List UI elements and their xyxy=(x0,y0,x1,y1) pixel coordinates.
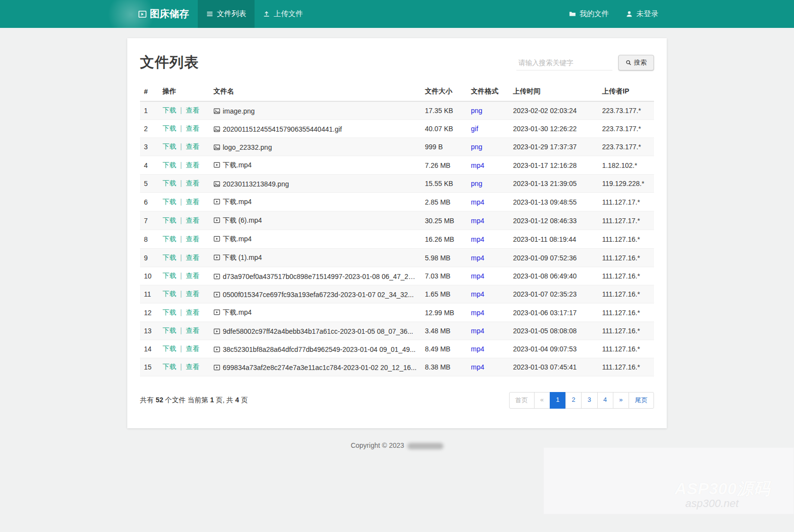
page-button-page-4[interactable]: 4 xyxy=(597,392,613,409)
file-name-link[interactable]: 9dfe58002c97ff42a4bebb34b17a61cc-2023-01… xyxy=(223,327,413,335)
file-table-body: 1下载 | 查看image.png17.35 KBpng2023-02-02 0… xyxy=(140,101,654,376)
uploader-ip: 111.127.16.* xyxy=(598,322,654,340)
row-actions: 下载 | 查看 xyxy=(159,230,210,249)
download-link[interactable]: 下载 xyxy=(163,290,176,298)
file-size: 16.26 MB xyxy=(421,230,467,249)
file-format-link[interactable]: mp4 xyxy=(471,327,484,335)
download-link[interactable]: 下载 xyxy=(163,235,176,243)
file-format-link[interactable]: mp4 xyxy=(471,162,484,169)
page-button-last[interactable]: 尾页 xyxy=(629,392,654,409)
file-name-link[interactable]: 下载 (6).mp4 xyxy=(223,216,262,224)
row-index: 6 xyxy=(140,193,159,211)
view-link[interactable]: 查看 xyxy=(186,198,199,206)
file-format-link[interactable]: mp4 xyxy=(471,363,484,371)
row-actions: 下载 | 查看 xyxy=(159,322,210,340)
page-button-next[interactable]: » xyxy=(613,392,629,409)
view-link[interactable]: 查看 xyxy=(186,254,199,261)
view-link[interactable]: 查看 xyxy=(186,345,199,352)
summary-part: 个文件 xyxy=(163,396,186,404)
page-button-page-1[interactable]: 1 xyxy=(550,392,566,409)
page-button-page-2[interactable]: 2 xyxy=(565,392,582,409)
action-separator: | xyxy=(178,272,184,279)
file-name-link[interactable]: 38c52301bf8a28a64dfcd77db4962549-2023-01… xyxy=(223,346,416,353)
download-link[interactable]: 下载 xyxy=(163,272,176,279)
file-name-cell: 20200115124554157906355440441.gif xyxy=(210,120,421,138)
file-name-link[interactable]: 20230113213849.png xyxy=(223,180,289,188)
file-name-link[interactable]: 699834a73af2e8c274e7a3e11ac1c784-2023-01… xyxy=(223,364,417,371)
view-link[interactable]: 查看 xyxy=(186,363,199,370)
file-format-link[interactable]: mp4 xyxy=(471,217,484,225)
file-name-cell: d73a970ef0a437517b0c898e71514997-2023-01… xyxy=(210,267,421,285)
file-name-link[interactable]: 下载.mp4 xyxy=(223,235,252,243)
search-input[interactable] xyxy=(516,55,612,70)
view-link[interactable]: 查看 xyxy=(186,272,199,279)
file-format-link[interactable]: png xyxy=(471,143,482,151)
folder-icon xyxy=(569,10,576,18)
file-name-cell: logo_22332.png xyxy=(210,138,421,156)
file-format-link[interactable]: mp4 xyxy=(471,235,484,243)
view-link[interactable]: 查看 xyxy=(186,308,199,316)
download-link[interactable]: 下载 xyxy=(163,142,176,150)
file-name-link[interactable]: 下载 (1).mp4 xyxy=(223,254,262,261)
file-format-link[interactable]: png xyxy=(471,180,482,187)
action-separator: | xyxy=(178,124,184,132)
view-link[interactable]: 查看 xyxy=(186,106,199,114)
copyright-text: Copyright © 2023 xyxy=(350,441,404,449)
view-link[interactable]: 查看 xyxy=(186,290,199,298)
file-format-link[interactable]: mp4 xyxy=(471,254,484,262)
download-link[interactable]: 下载 xyxy=(163,216,176,224)
view-link[interactable]: 查看 xyxy=(186,235,199,243)
file-format-link[interactable]: mp4 xyxy=(471,198,484,206)
search-area: 搜索 xyxy=(516,55,654,70)
file-name-link[interactable]: 20200115124554157906355440441.gif xyxy=(223,125,342,133)
view-link[interactable]: 查看 xyxy=(186,124,199,132)
row-index: 10 xyxy=(140,267,159,285)
file-name-cell: 9dfe58002c97ff42a4bebb34b17a61cc-2023-01… xyxy=(210,322,421,340)
brand[interactable]: 图床储存 xyxy=(127,0,198,28)
file-name-link[interactable]: 下载.mp4 xyxy=(223,198,252,206)
page-button-page-3[interactable]: 3 xyxy=(581,392,597,409)
row-index: 9 xyxy=(140,249,159,267)
file-format-link[interactable]: mp4 xyxy=(471,272,484,280)
card-header: 文件列表 搜索 xyxy=(140,53,654,72)
download-link[interactable]: 下载 xyxy=(163,161,176,169)
download-link[interactable]: 下载 xyxy=(163,198,176,206)
view-link[interactable]: 查看 xyxy=(186,142,199,150)
download-link[interactable]: 下载 xyxy=(163,124,176,132)
nav-item-upload[interactable]: 上传文件 xyxy=(255,0,311,28)
download-link[interactable]: 下载 xyxy=(163,254,176,261)
nav-item-file-list[interactable]: 文件列表 xyxy=(198,0,255,28)
file-name-link[interactable]: image.png xyxy=(223,107,255,115)
nav-item-my-files[interactable]: 我的文件 xyxy=(560,0,617,28)
view-link[interactable]: 查看 xyxy=(186,179,199,187)
nav-item-login-status[interactable]: 未登录 xyxy=(617,0,667,28)
file-format-link[interactable]: mp4 xyxy=(471,290,484,298)
file-format-link[interactable]: mp4 xyxy=(471,309,484,317)
uploader-ip: 111.127.16.* xyxy=(598,340,654,358)
file-name-link[interactable]: 下载.mp4 xyxy=(223,308,252,316)
upload-time: 2023-01-05 08:08:08 xyxy=(509,322,598,340)
download-link[interactable]: 下载 xyxy=(163,179,176,187)
file-format-link[interactable]: png xyxy=(471,107,482,115)
file-name-link[interactable]: 0500f015347ce697fc93a193efa6723d-2023-01… xyxy=(223,291,414,299)
view-link[interactable]: 查看 xyxy=(186,216,199,224)
download-link[interactable]: 下载 xyxy=(163,345,176,352)
file-format-link[interactable]: mp4 xyxy=(471,345,484,353)
download-link[interactable]: 下载 xyxy=(163,363,176,370)
file-format-link[interactable]: gif xyxy=(471,125,478,133)
view-link[interactable]: 查看 xyxy=(186,161,199,169)
file-name-link[interactable]: logo_22332.png xyxy=(223,143,272,151)
video-file-icon xyxy=(213,309,220,317)
uploader-ip: 111.127.16.* xyxy=(598,358,654,376)
download-link[interactable]: 下载 xyxy=(163,326,176,334)
search-button[interactable]: 搜索 xyxy=(618,55,654,70)
file-name-link[interactable]: 下载.mp4 xyxy=(223,161,252,169)
file-name-link[interactable]: d73a970ef0a437517b0c898e71514997-2023-01… xyxy=(223,273,418,280)
row-index: 8 xyxy=(140,230,159,249)
nav-item-label: 文件列表 xyxy=(217,9,246,19)
download-link[interactable]: 下载 xyxy=(163,308,176,316)
view-link[interactable]: 查看 xyxy=(186,326,199,334)
action-separator: | xyxy=(178,290,184,298)
file-size: 5.98 MB xyxy=(421,249,467,267)
download-link[interactable]: 下载 xyxy=(163,106,176,114)
